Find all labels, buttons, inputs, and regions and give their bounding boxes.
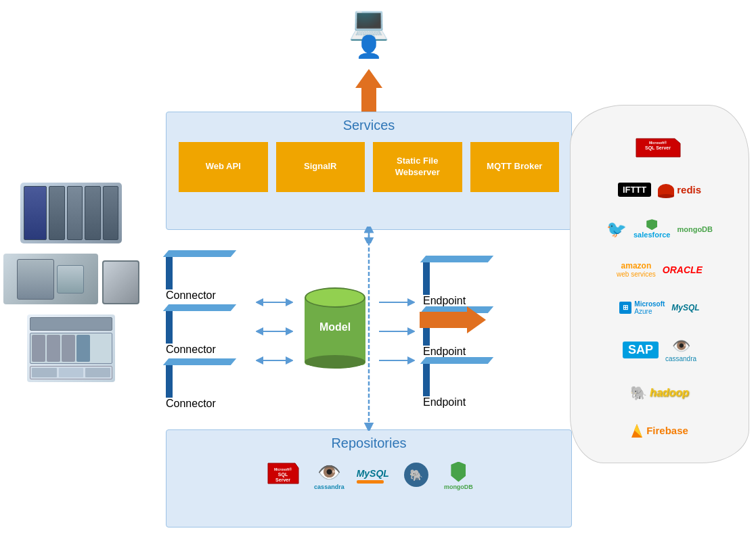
services-title: Services — [166, 112, 571, 137]
svg-text:🐘: 🐘 — [409, 469, 423, 482]
connectors-column: Connector Connector Connector — [166, 250, 254, 406]
repositories-box: Repositories Microsoft®SQLServer 👁️ cass… — [166, 429, 572, 528]
repo-postgresql: 🐘 — [401, 460, 432, 492]
vertical-arrow-services-repos — [359, 228, 379, 431]
arrow-c2-m — [256, 325, 293, 337]
services-blocks-row: Web API SignalR Static FileWebserver MQT… — [166, 137, 571, 197]
endpoint-3: Endpoint — [423, 357, 504, 401]
brand-sap: SAP — [623, 342, 659, 358]
svg-text:SQL Server: SQL Server — [645, 145, 671, 151]
hardware-device-2-group — [3, 254, 139, 304]
brand-azure: ⊞ Microsoft Azure — [619, 300, 665, 315]
model-label: Model — [305, 321, 365, 333]
brand-oracle: ORACLE — [663, 264, 703, 275]
hardware-device-2b — [102, 260, 139, 304]
svg-text:Microsoft®: Microsoft® — [649, 141, 667, 145]
model-endpoint-arrows — [376, 289, 416, 367]
connector-model-arrows — [254, 289, 294, 367]
service-static-file: Static FileWebserver — [373, 142, 462, 192]
user-icon: 👤 — [355, 34, 382, 60]
svg-text:Server: Server — [275, 477, 290, 482]
repos-logos: Microsoft®SQLServer 👁️ cassandra MySQL 🐘… — [166, 454, 571, 497]
hardware-device-1 — [20, 183, 122, 243]
cloud-shape: Microsoft® SQL Server IFTTT redis 🐦 sale… — [570, 105, 749, 463]
repositories-title: Repositories — [166, 430, 571, 454]
cloud-row-6: SAP 👁️ cassandra — [581, 337, 738, 362]
cloud-row-3: 🐦 salesforce mongoDB — [581, 219, 738, 239]
service-mqtt: MQTT Broker — [470, 142, 560, 192]
user-computer-section: 💻 👤 — [328, 7, 409, 60]
connector-3: Connector — [166, 358, 247, 406]
hardware-device-3 — [27, 314, 115, 382]
repo-mongodb: mongoDB — [444, 462, 473, 490]
cloud-row-2: IFTTT redis — [581, 183, 738, 197]
arrow-c3-m — [256, 354, 293, 367]
cloud-row-1: Microsoft® SQL Server — [581, 137, 738, 160]
hardware-section — [7, 183, 135, 382]
arrow-endpoints-to-cloud — [420, 306, 486, 333]
cloud-section: Microsoft® SQL Server IFTTT redis 🐦 sale… — [570, 105, 749, 463]
cloud-row-5: ⊞ Microsoft Azure MySQL — [581, 300, 738, 315]
brand-cassandra-cloud: 👁️ cassandra — [665, 337, 696, 362]
arrow-m-e3 — [378, 354, 415, 367]
cloud-row-7: 🐘 hadoop — [581, 385, 738, 401]
cloud-row-8: Firebase — [581, 423, 738, 438]
svg-text:Microsoft®: Microsoft® — [274, 467, 292, 471]
connector-2: Connector — [166, 304, 247, 352]
repo-sqlserver: Microsoft®SQLServer — [265, 460, 302, 492]
brand-twitter: 🐦 — [606, 220, 627, 239]
brand-mongodb-cloud: mongoDB — [677, 225, 713, 233]
brand-aws: amazon web services — [617, 261, 656, 278]
repo-mysql: MySQL — [357, 468, 389, 484]
repo-cassandra: 👁️ cassandra — [314, 461, 344, 490]
services-box: Services Web API SignalR Static FileWebs… — [166, 112, 572, 230]
brand-firebase: Firebase — [631, 423, 688, 438]
cloud-row-4: amazon web services ORACLE — [581, 261, 738, 278]
svg-text:SQL: SQL — [278, 472, 288, 477]
arrow-c1-m — [256, 296, 293, 308]
service-web-api: Web API — [179, 142, 268, 192]
brand-ifttt: IFTTT — [618, 183, 651, 197]
brand-mysql-cloud: MySQL — [671, 303, 699, 312]
hardware-device-2a — [3, 254, 98, 304]
architecture-area: 💻 👤 Services Web API SignalR Static File… — [146, 7, 592, 534]
brand-hadoop: 🐘 hadoop — [630, 385, 689, 401]
arrow-m-e1 — [378, 296, 415, 308]
connector-1: Connector — [166, 250, 247, 298]
model-cylinder: Model — [305, 287, 365, 369]
brand-redis: redis — [658, 184, 701, 196]
arrow-m-e2 — [378, 325, 415, 337]
service-signalr: SignalR — [276, 142, 365, 192]
endpoint-1: Endpoint — [423, 256, 504, 300]
brand-salesforce: salesforce — [633, 219, 670, 239]
